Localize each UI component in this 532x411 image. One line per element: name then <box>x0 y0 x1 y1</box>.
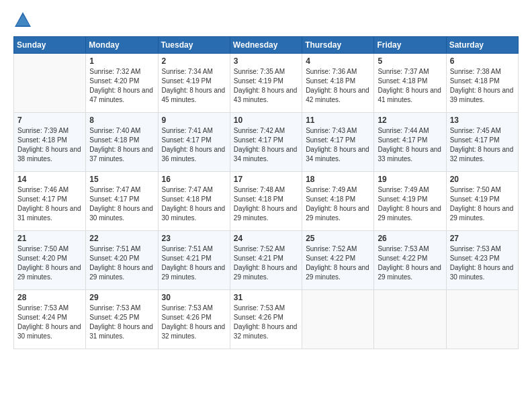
calendar-cell: 19Sunrise: 7:49 AMSunset: 4:19 PMDayligh… <box>374 172 446 231</box>
cell-content: Sunrise: 7:36 AMSunset: 4:18 PMDaylight:… <box>306 67 370 105</box>
cell-content: Sunrise: 7:50 AMSunset: 4:20 PMDaylight:… <box>17 244 82 282</box>
calendar-cell: 5Sunrise: 7:37 AMSunset: 4:18 PMDaylight… <box>374 54 446 113</box>
day-number: 22 <box>89 234 154 243</box>
cell-content: Sunrise: 7:46 AMSunset: 4:17 PMDaylight:… <box>17 185 82 223</box>
calendar-cell: 11Sunrise: 7:43 AMSunset: 4:17 PMDayligh… <box>302 113 374 172</box>
weekday-header-row: SundayMondayTuesdayWednesdayThursdayFrid… <box>14 37 519 54</box>
weekday-header-saturday: Saturday <box>446 37 518 54</box>
day-number: 1 <box>89 56 154 66</box>
day-number: 3 <box>234 56 298 66</box>
day-number: 28 <box>17 293 82 302</box>
cell-content: Sunrise: 7:32 AMSunset: 4:20 PMDaylight:… <box>89 67 154 105</box>
cell-content: Sunrise: 7:48 AMSunset: 4:18 PMDaylight:… <box>234 185 298 223</box>
day-number: 13 <box>450 116 515 125</box>
day-number: 25 <box>306 234 370 243</box>
day-number: 31 <box>234 293 298 302</box>
logo-icon <box>13 11 32 30</box>
day-number: 29 <box>89 293 154 302</box>
calendar-table: SundayMondayTuesdayWednesdayThursdayFrid… <box>13 36 519 349</box>
calendar-cell <box>374 290 446 349</box>
calendar-cell: 25Sunrise: 7:52 AMSunset: 4:22 PMDayligh… <box>302 231 374 290</box>
logo <box>13 11 35 30</box>
cell-content: Sunrise: 7:45 AMSunset: 4:17 PMDaylight:… <box>450 126 515 164</box>
cell-content: Sunrise: 7:53 AMSunset: 4:25 PMDaylight:… <box>89 304 154 341</box>
calendar-week-1: 1Sunrise: 7:32 AMSunset: 4:20 PMDaylight… <box>14 54 519 113</box>
weekday-header-tuesday: Tuesday <box>158 37 230 54</box>
weekday-header-monday: Monday <box>86 37 158 54</box>
calendar-cell: 28Sunrise: 7:53 AMSunset: 4:24 PMDayligh… <box>14 290 86 349</box>
day-number: 24 <box>234 234 298 243</box>
day-number: 5 <box>378 56 442 66</box>
cell-content: Sunrise: 7:52 AMSunset: 4:22 PMDaylight:… <box>306 244 370 282</box>
calendar-cell <box>14 54 86 113</box>
cell-content: Sunrise: 7:41 AMSunset: 4:17 PMDaylight:… <box>162 126 226 164</box>
cell-content: Sunrise: 7:51 AMSunset: 4:21 PMDaylight:… <box>162 244 226 282</box>
page: SundayMondayTuesdayWednesdayThursdayFrid… <box>0 0 532 411</box>
calendar-cell: 26Sunrise: 7:53 AMSunset: 4:22 PMDayligh… <box>374 231 446 290</box>
cell-content: Sunrise: 7:38 AMSunset: 4:18 PMDaylight:… <box>450 67 515 105</box>
day-number: 21 <box>17 234 82 243</box>
day-number: 17 <box>234 175 298 184</box>
calendar-cell <box>446 290 518 349</box>
cell-content: Sunrise: 7:39 AMSunset: 4:18 PMDaylight:… <box>17 126 82 164</box>
cell-content: Sunrise: 7:49 AMSunset: 4:19 PMDaylight:… <box>378 185 442 223</box>
calendar-cell: 18Sunrise: 7:49 AMSunset: 4:18 PMDayligh… <box>302 172 374 231</box>
calendar-cell: 30Sunrise: 7:53 AMSunset: 4:26 PMDayligh… <box>158 290 230 349</box>
calendar-cell: 12Sunrise: 7:44 AMSunset: 4:17 PMDayligh… <box>374 113 446 172</box>
calendar-cell: 4Sunrise: 7:36 AMSunset: 4:18 PMDaylight… <box>302 54 374 113</box>
calendar-cell: 16Sunrise: 7:47 AMSunset: 4:18 PMDayligh… <box>158 172 230 231</box>
day-number: 6 <box>450 56 515 66</box>
day-number: 14 <box>17 175 82 184</box>
calendar-week-3: 14Sunrise: 7:46 AMSunset: 4:17 PMDayligh… <box>14 172 519 231</box>
day-number: 4 <box>306 56 370 66</box>
calendar-cell: 10Sunrise: 7:42 AMSunset: 4:17 PMDayligh… <box>230 113 302 172</box>
calendar-cell: 3Sunrise: 7:35 AMSunset: 4:19 PMDaylight… <box>230 54 302 113</box>
cell-content: Sunrise: 7:52 AMSunset: 4:21 PMDaylight:… <box>234 244 298 282</box>
day-number: 19 <box>378 175 442 184</box>
cell-content: Sunrise: 7:50 AMSunset: 4:19 PMDaylight:… <box>450 185 515 223</box>
calendar-cell: 8Sunrise: 7:40 AMSunset: 4:18 PMDaylight… <box>86 113 158 172</box>
calendar-cell: 1Sunrise: 7:32 AMSunset: 4:20 PMDaylight… <box>86 54 158 113</box>
cell-content: Sunrise: 7:47 AMSunset: 4:18 PMDaylight:… <box>162 185 226 223</box>
cell-content: Sunrise: 7:42 AMSunset: 4:17 PMDaylight:… <box>234 126 298 164</box>
day-number: 9 <box>162 116 226 125</box>
day-number: 11 <box>306 116 370 125</box>
cell-content: Sunrise: 7:51 AMSunset: 4:20 PMDaylight:… <box>89 244 154 282</box>
day-number: 15 <box>89 175 154 184</box>
calendar-week-4: 21Sunrise: 7:50 AMSunset: 4:20 PMDayligh… <box>14 231 519 290</box>
calendar-cell: 9Sunrise: 7:41 AMSunset: 4:17 PMDaylight… <box>158 113 230 172</box>
cell-content: Sunrise: 7:34 AMSunset: 4:19 PMDaylight:… <box>162 67 226 105</box>
day-number: 10 <box>234 116 298 125</box>
calendar-cell: 27Sunrise: 7:53 AMSunset: 4:23 PMDayligh… <box>446 231 518 290</box>
cell-content: Sunrise: 7:53 AMSunset: 4:23 PMDaylight:… <box>450 244 515 282</box>
day-number: 7 <box>17 116 82 125</box>
calendar-cell: 6Sunrise: 7:38 AMSunset: 4:18 PMDaylight… <box>446 54 518 113</box>
calendar-week-2: 7Sunrise: 7:39 AMSunset: 4:18 PMDaylight… <box>14 113 519 172</box>
calendar-cell: 14Sunrise: 7:46 AMSunset: 4:17 PMDayligh… <box>14 172 86 231</box>
cell-content: Sunrise: 7:53 AMSunset: 4:26 PMDaylight:… <box>234 304 298 341</box>
cell-content: Sunrise: 7:35 AMSunset: 4:19 PMDaylight:… <box>234 67 298 105</box>
day-number: 12 <box>378 116 442 125</box>
weekday-header-wednesday: Wednesday <box>230 37 302 54</box>
cell-content: Sunrise: 7:40 AMSunset: 4:18 PMDaylight:… <box>89 126 154 164</box>
calendar-cell: 24Sunrise: 7:52 AMSunset: 4:21 PMDayligh… <box>230 231 302 290</box>
header <box>13 11 519 30</box>
calendar-cell: 13Sunrise: 7:45 AMSunset: 4:17 PMDayligh… <box>446 113 518 172</box>
calendar-cell: 21Sunrise: 7:50 AMSunset: 4:20 PMDayligh… <box>14 231 86 290</box>
day-number: 30 <box>162 293 226 302</box>
calendar-cell: 22Sunrise: 7:51 AMSunset: 4:20 PMDayligh… <box>86 231 158 290</box>
calendar-cell <box>302 290 374 349</box>
day-number: 23 <box>162 234 226 243</box>
calendar-week-5: 28Sunrise: 7:53 AMSunset: 4:24 PMDayligh… <box>14 290 519 349</box>
cell-content: Sunrise: 7:37 AMSunset: 4:18 PMDaylight:… <box>378 67 442 105</box>
day-number: 18 <box>306 175 370 184</box>
calendar-cell: 15Sunrise: 7:47 AMSunset: 4:17 PMDayligh… <box>86 172 158 231</box>
weekday-header-sunday: Sunday <box>14 37 86 54</box>
weekday-header-friday: Friday <box>374 37 446 54</box>
day-number: 8 <box>89 116 154 125</box>
calendar-cell: 7Sunrise: 7:39 AMSunset: 4:18 PMDaylight… <box>14 113 86 172</box>
calendar-cell: 31Sunrise: 7:53 AMSunset: 4:26 PMDayligh… <box>230 290 302 349</box>
weekday-header-thursday: Thursday <box>302 37 374 54</box>
calendar-cell: 2Sunrise: 7:34 AMSunset: 4:19 PMDaylight… <box>158 54 230 113</box>
svg-marker-1 <box>16 15 30 26</box>
